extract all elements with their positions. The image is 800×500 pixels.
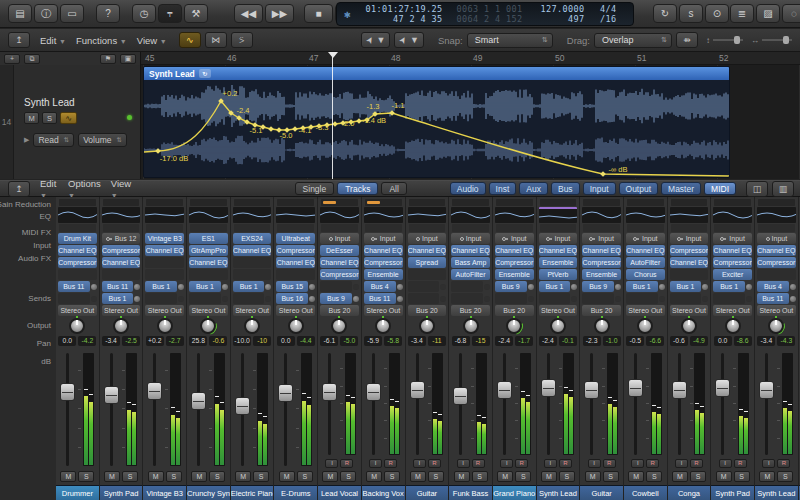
audio-fx-slot[interactable]: Compressor [582,257,621,268]
solo-button[interactable]: S [166,471,182,482]
note-pads-icon[interactable]: ▨ [756,4,780,23]
forward-button[interactable]: ▶▶ [265,4,294,23]
send-level-knob[interactable] [265,284,271,290]
automation-curves-icon[interactable]: ∿ [179,32,201,48]
solo-button[interactable]: S [209,471,225,482]
output-slot[interactable]: Stereo Out [189,305,228,316]
send-slot[interactable]: Bus 1 [145,281,184,292]
fader-cap[interactable] [191,392,206,410]
input-slot[interactable]: Bus 12 [102,233,141,244]
send-slot[interactable]: Bus 1 [539,281,578,292]
send-slot[interactable] [713,293,752,304]
filter-input[interactable]: Input [583,182,616,195]
channel-name[interactable]: Synth Pad [100,485,143,500]
eq-thumbnail[interactable] [102,207,141,223]
solo-button[interactable]: S [777,471,793,482]
input-slot[interactable]: Drum Kit [58,233,97,244]
send-slot-empty[interactable] [408,281,440,292]
fader-cap[interactable] [628,379,643,397]
eq-thumbnail[interactable] [757,207,796,223]
channel-strip[interactable]: InputChannel EQAutoFilterChorusBus 1Ster… [624,197,668,500]
audio-fx-slot[interactable]: Exciter [713,269,752,280]
channel-name[interactable]: Lead Vocal [318,485,361,500]
fader-area[interactable] [320,350,359,458]
pan-knob[interactable] [594,318,610,334]
solo-button[interactable]: S [428,471,444,482]
rewind-button[interactable]: ◀◀ [234,4,263,23]
pan-knob[interactable] [681,318,697,334]
view-mode-tracks[interactable]: Tracks [337,182,378,195]
audio-fx-slot-empty[interactable] [408,269,447,280]
solo-button[interactable]: S [253,471,269,482]
record-enable-button[interactable]: R [734,459,747,468]
midi-fx-slot[interactable] [321,224,358,232]
send-bus-button[interactable]: Bus 1 [539,281,571,292]
mute-button[interactable]: M [759,471,775,482]
pan-knob[interactable] [375,318,391,334]
send-bus-button[interactable]: Bus 1 [145,281,177,292]
input-monitor-button[interactable]: I [544,459,557,468]
midi-fx-slot[interactable] [583,224,620,232]
apple-loops-icon[interactable]: ◌ [782,4,800,23]
output-slot[interactable]: Stereo Out [102,305,141,316]
solo-button[interactable]: S [340,471,356,482]
eq-thumbnail[interactable] [582,207,621,223]
channel-strip[interactable]: InputChannel EQCompressorEnsembleBus 9Bu… [580,197,624,500]
toolbox-icon[interactable]: ▤ [8,4,32,23]
send-bus-button[interactable]: Bus 9 [320,293,352,304]
send-slot-empty[interactable] [539,293,571,304]
audio-fx-slot[interactable]: Compressor [276,245,315,256]
audio-fx-slot[interactable]: Channel EQ [539,245,578,256]
midi-fx-slot[interactable] [409,224,446,232]
fader-area[interactable] [670,350,709,458]
midi-fx-slot[interactable] [758,224,795,232]
channel-name[interactable]: Synth Pad [711,485,754,500]
eq-thumbnail[interactable] [539,207,578,223]
fader-area[interactable] [626,350,665,458]
send-slot[interactable] [539,293,578,304]
fader-cap[interactable] [584,381,599,399]
send-bus-button[interactable]: Bus 1 [670,281,702,292]
pan-knob[interactable] [200,318,216,334]
output-slot[interactable]: Stereo Out [757,305,796,316]
zoom-preset-button[interactable]: ▣ [120,54,136,64]
solo-button[interactable]: S [515,471,531,482]
record-enable-button[interactable]: R [340,459,353,468]
audio-fx-slot[interactable]: Channel EQ [189,257,228,268]
record-enable-button[interactable]: R [777,459,790,468]
crossfade-icon[interactable]: ⋈ [205,32,227,48]
channel-strip[interactable]: InputChannel EQBass AmpAutoFilterBus 20-… [449,197,493,500]
fader-cap[interactable] [147,382,162,400]
lcd-settings-icon[interactable]: ✱ [344,8,351,21]
record-enable-button[interactable]: R [559,459,572,468]
send-slot[interactable] [408,281,447,292]
send-bus-button[interactable]: Bus 4 [364,281,396,292]
audio-fx-slot-empty[interactable] [102,269,141,280]
send-slot[interactable]: Bus 9 [582,281,621,292]
record-enable-button[interactable]: R [603,459,616,468]
input-monitor-button[interactable]: I [675,459,688,468]
pan-knob[interactable] [725,318,741,334]
catch-playhead-button[interactable]: ↥ [8,32,30,48]
fader-area[interactable] [233,350,272,469]
input-slot[interactable]: Input [539,233,578,244]
output-slot[interactable]: Stereo Out [233,305,272,316]
send-bus-button[interactable]: Bus 11 [58,281,90,292]
mute-button[interactable]: M [497,471,513,482]
pointer-tool-select[interactable]: ➤▼ [361,32,390,48]
channel-name[interactable]: Vintage B3 [143,485,186,500]
midi-fx-slot[interactable] [146,224,183,232]
fader-area[interactable] [102,350,141,469]
send-slot-empty[interactable] [408,293,440,304]
fader-area[interactable] [58,350,97,469]
send-level-knob[interactable] [659,284,665,290]
record-enable-button[interactable]: R [384,459,397,468]
audio-fx-slot-empty[interactable] [145,269,184,280]
solo-button[interactable]: S [78,471,94,482]
send-level-knob[interactable] [134,296,140,302]
channel-strip[interactable]: InputChannel EQCompressorEnsembleBus 9Bu… [493,197,537,500]
send-bus-button[interactable]: Bus 11 [757,293,789,304]
input-slot[interactable]: Input [408,233,447,244]
audio-fx-slot-empty[interactable] [189,269,228,280]
input-slot[interactable]: Input [364,233,403,244]
